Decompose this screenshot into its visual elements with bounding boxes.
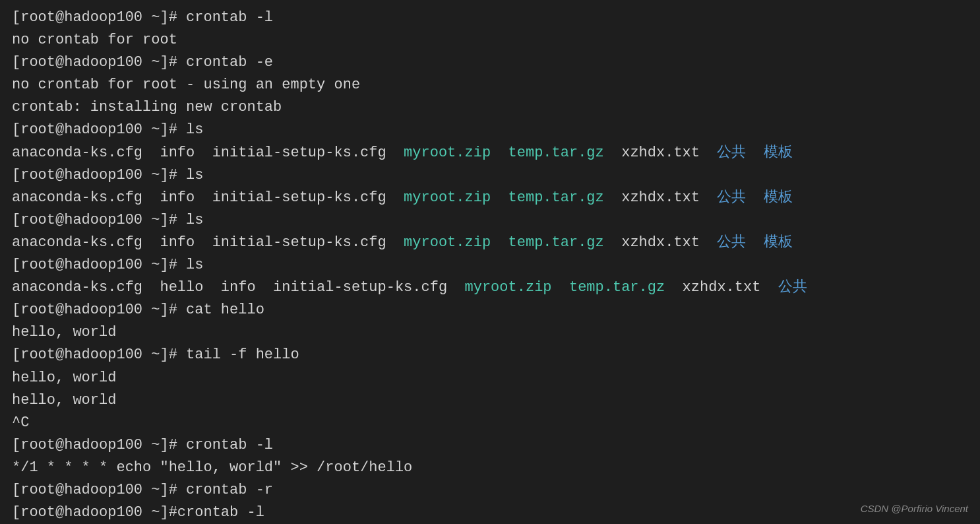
terminal-line: [root@hadoop100 ~]# ls <box>12 164 968 187</box>
terminal-line: [root@hadoop100 ~]# ls <box>12 209 968 232</box>
terminal-line: [root@hadoop100 ~]# cat hello <box>12 299 968 321</box>
terminal-line: [root@hadoop100 ~]#crontab -l <box>12 502 968 524</box>
terminal-line: crontab: installing new crontab <box>12 96 968 119</box>
terminal-line: hello, world <box>12 389 968 412</box>
terminal-line: [root@hadoop100 ~]# ls <box>12 254 968 277</box>
terminal-line: [root@hadoop100 ~]# tail -f hello <box>12 344 968 366</box>
terminal-line: [root@hadoop100 ~]# crontab -l <box>12 434 968 457</box>
terminal-line: */1 * * * * echo "hello, world" >> /root… <box>12 457 968 479</box>
watermark-label: CSDN @Porfirio Vincent <box>861 501 968 516</box>
terminal-line: anaconda-ks.cfg info initial-setup-ks.cf… <box>12 232 968 254</box>
terminal-line: no crontab for root - using an empty one <box>12 74 968 96</box>
terminal-line: anaconda-ks.cfg hello info initial-setup… <box>12 277 968 299</box>
terminal-line: anaconda-ks.cfg info initial-setup-ks.cf… <box>12 187 968 209</box>
terminal-line: [root@hadoop100 ~]# crontab -r <box>12 479 968 502</box>
terminal-line: [root@hadoop100 ~]# crontab -l <box>12 7 968 29</box>
terminal-line: [root@hadoop100 ~]# crontab -e <box>12 51 968 74</box>
terminal: [root@hadoop100 ~]# crontab -lno crontab… <box>12 7 968 517</box>
terminal-line: ^C <box>12 412 968 434</box>
terminal-line: anaconda-ks.cfg info initial-setup-ks.cf… <box>12 142 968 164</box>
terminal-line: [root@hadoop100 ~]# ls <box>12 119 968 141</box>
terminal-line: no crontab for root <box>12 29 968 51</box>
terminal-line: hello, world <box>12 367 968 389</box>
terminal-line: hello, world <box>12 321 968 344</box>
